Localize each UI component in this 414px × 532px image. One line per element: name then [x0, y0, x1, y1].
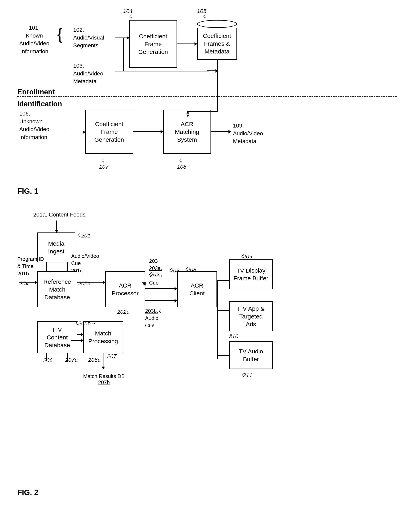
fig1-label: FIG. 1: [17, 187, 39, 196]
cylinder-coeff-frames: CoefficientFrames &Metadata: [197, 20, 237, 60]
label-101: 101. KnownAudio/VideoInformation: [19, 24, 49, 55]
fig1-diagram: 104 ☇ 105 ☇ 101. KnownAudio/VideoInforma…: [17, 8, 397, 198]
arrow-itv-to-match: [77, 334, 83, 335]
label-109: 109.Audio/VideoMetadata: [233, 122, 263, 145]
ref-206: 206: [43, 357, 53, 364]
ref-202a: 202a: [117, 309, 130, 315]
cylinder-top: [197, 20, 237, 28]
line-acr-to-tv-display: [217, 280, 229, 281]
arrow-feeds-to-ingest: [56, 220, 57, 232]
fig2-diagram: 201a. Content Feeds MediaIngest ☇ 201 Pr…: [17, 209, 397, 499]
ref-204: 204: [19, 280, 29, 287]
ref-107: 107: [99, 164, 109, 170]
box-acr-client: ACRClient: [177, 271, 217, 307]
line-meta-v: [123, 38, 124, 71]
ref-203: 203: [170, 267, 179, 274]
line-acr-to-itv-app: [217, 310, 229, 311]
line-acr-left: [142, 282, 145, 283]
label-203b: 203b.☇AudioCue: [145, 307, 161, 329]
arrow-match-to-itv: [71, 340, 83, 341]
label-av-cue: Audio/VideoCue201c: [71, 252, 99, 274]
arrow-match-down: [103, 353, 103, 369]
lightning-201: ☇: [77, 232, 80, 239]
arrow-cfg-bot-to-acr: [133, 131, 163, 132]
box-itv-content-db: ITVContentDatabase: [37, 321, 77, 353]
arrow-left-acr: ◀: [142, 281, 146, 286]
diagram-container: 104 ☇ 105 ☇ 101. KnownAudio/VideoInforma…: [8, 8, 406, 499]
box-ref-match-db: ReferenceMatchDatabase: [37, 271, 77, 307]
line-cyl-to-acr-h: [187, 111, 217, 112]
box-coeff-frame-gen-bot: Coefficient Frame Generation: [85, 110, 133, 154]
identification-label: Identification: [17, 100, 62, 108]
arrow-to-refdb: [19, 282, 37, 283]
ref-208: 208: [187, 266, 197, 273]
line-cyl-down: [217, 60, 218, 112]
arrow-cfg-to-cyl: [177, 44, 197, 44]
arrow-dn-cyl: ▼: [186, 113, 190, 118]
ref-209: 209: [243, 253, 252, 260]
arrow-acr-to-109: [211, 131, 231, 132]
arrow-acr-proc-right: [145, 288, 177, 289]
ref-201: 201: [81, 232, 91, 239]
ref-207a: 207a: [65, 357, 78, 363]
lightning-105: ☇: [203, 14, 206, 20]
lightning-107: ☇: [101, 158, 104, 164]
box-itv-app: ITV App &TargetedAds: [229, 301, 273, 331]
enrollment-divider: [17, 96, 397, 96]
box-acr-processor: ACRProcessor: [105, 271, 145, 307]
arrow-106-to-cfg-bot: [65, 132, 85, 132]
box-coeff-frame-gen-top: Coefficient Frame Generation: [129, 20, 177, 68]
arrow-refdb-to-acr-proc: [77, 282, 105, 283]
arrow-audio-cue-to-acr: [145, 300, 177, 301]
label-203a: 203203a.VideoCue: [149, 257, 162, 286]
arrow-seg-to-cfg: [115, 38, 129, 38]
ref-206a: 206a: [88, 357, 101, 363]
box-tv-audio: TV AudioBuffer: [229, 341, 273, 369]
box-tv-display: TV DisplayFrame Buffer: [229, 259, 273, 289]
line-acr-down: [217, 280, 218, 359]
lightning-104: ☇: [129, 14, 132, 20]
ref-210: 210: [229, 333, 238, 340]
line-206: [46, 353, 47, 361]
label-content-feeds: 201a. Content Feeds: [33, 211, 86, 218]
curly-brace: {: [57, 26, 63, 42]
lightning-205b: ☇: [75, 320, 78, 326]
ref-205a: 205a: [78, 280, 91, 287]
line-meta-to-cyl-h: [115, 71, 209, 71]
ref-211: 211: [243, 372, 252, 379]
enrollment-label: Enrollment: [17, 88, 55, 96]
ref-108: 108: [177, 164, 187, 170]
fig2-label: FIG. 2: [17, 488, 39, 497]
label-103: 103. Audio/VideoMetadata: [73, 62, 103, 86]
label-102: 102. Audio/VisualSegments: [73, 26, 104, 49]
label-match-results-db: Match Results DB207b: [83, 373, 125, 386]
cylinder-body: CoefficientFrames &Metadata: [197, 28, 237, 60]
ref-207: 207: [107, 353, 117, 360]
lightning-108: ☇: [179, 158, 182, 164]
arrow-meta-to-cyl: [207, 70, 218, 71]
line-acr-to-tv-audio: [217, 355, 229, 356]
label-106: 106.UnknownAudio/VideoInformation: [19, 110, 49, 141]
ref-205b: 205b ~: [78, 320, 96, 327]
